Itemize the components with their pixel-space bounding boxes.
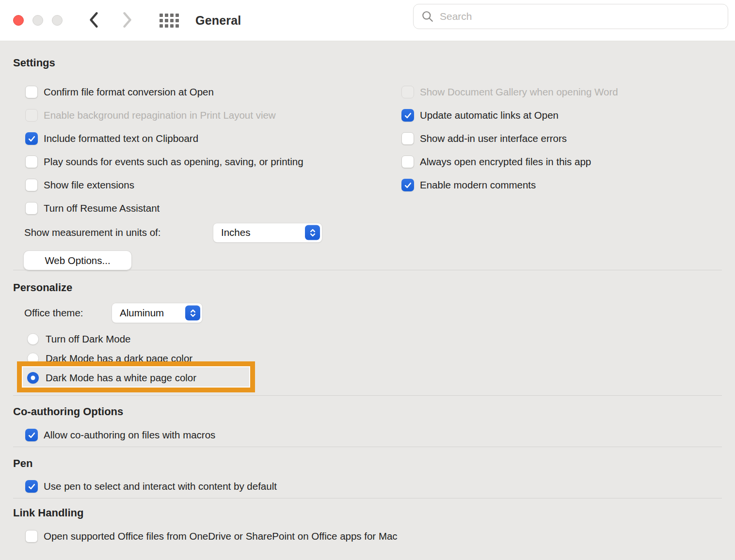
radio-selected-icon[interactable] <box>27 372 39 384</box>
checkbox-label: Use pen to select and interact with cont… <box>44 481 277 492</box>
checkbox-unchecked-icon[interactable] <box>25 202 38 215</box>
checkbox-row-background-repagination: Enable background repagination in Print … <box>0 104 392 127</box>
preferences-window: General Settings Confirm file format con… <box>0 0 735 560</box>
checkbox-label: Confirm file format conversion at Open <box>44 86 214 98</box>
checkbox-label: Play sounds for events such as opening, … <box>44 156 304 168</box>
settings-heading: Settings <box>13 41 735 70</box>
web-options-button[interactable]: Web Options... <box>24 251 131 270</box>
settings-left-column: Confirm file format conversion at Open E… <box>0 80 392 220</box>
pen-heading: Pen <box>13 456 735 471</box>
checkbox-label: Turn off Resume Assistant <box>44 202 160 214</box>
checkbox-unchecked-icon[interactable] <box>25 530 38 543</box>
checkbox-unchecked-icon[interactable] <box>25 86 38 98</box>
office-theme-value: Aluminum <box>112 307 164 319</box>
dropdown-stepper-icon <box>305 225 320 240</box>
checkbox-row-document-gallery: Show Document Gallery when opening Word <box>392 80 735 104</box>
radio-unselected-icon[interactable] <box>27 353 39 364</box>
zoom-window-button[interactable] <box>52 15 63 26</box>
radio-row-dark-page-color[interactable]: Dark Mode has a dark page color <box>0 349 301 368</box>
radio-label: Dark Mode has a dark page color <box>46 353 192 364</box>
checkbox-label: Show Document Gallery when opening Word <box>420 86 618 98</box>
forward-button[interactable] <box>119 10 136 31</box>
minimize-window-button[interactable] <box>32 15 43 26</box>
checkbox-row-show-file-extensions[interactable]: Show file extensions <box>0 173 392 197</box>
checkbox-label: Update automatic links at Open <box>420 109 559 121</box>
general-preferences-pane: Settings Confirm file format conversion … <box>0 41 735 560</box>
checkbox-checked-icon[interactable] <box>25 480 38 493</box>
checkbox-row-confirm-file-format[interactable]: Confirm file format conversion at Open <box>0 80 392 104</box>
checkbox-row-allow-coauthoring[interactable]: Allow co-authoring on files with macros <box>0 423 735 447</box>
link-handling-heading: Link Handling <box>13 506 735 520</box>
radio-label: Dark Mode has a white page color <box>46 372 196 384</box>
checkbox-checked-icon[interactable] <box>401 109 414 122</box>
checkbox-unchecked-icon[interactable] <box>401 132 414 145</box>
checkbox-label: Show add-in user interface errors <box>420 133 567 144</box>
chevron-right-icon <box>122 11 133 31</box>
measurement-units-row: Show measurement in units of: Inches <box>0 223 735 242</box>
checkbox-label: Open supported Office files from OneDriv… <box>44 530 398 542</box>
checkbox-row-addin-ui-errors[interactable]: Show add-in user interface errors <box>392 127 735 150</box>
search-icon <box>421 10 434 23</box>
checkbox-disabled-icon <box>25 109 38 122</box>
section-divider <box>13 447 722 447</box>
office-theme-label: Office theme: <box>24 307 112 319</box>
checkbox-label: Include formatted text on Clipboard <box>44 133 198 144</box>
traffic-lights <box>13 15 63 26</box>
titlebar: General <box>0 0 735 41</box>
measurement-units-dropdown[interactable]: Inches <box>213 223 322 242</box>
search-field[interactable] <box>413 4 728 29</box>
settings-right-column: Show Document Gallery when opening Word … <box>392 80 735 220</box>
radio-row-white-page-color[interactable]: Dark Mode has a white page color <box>0 368 301 388</box>
section-divider <box>13 270 722 270</box>
dropdown-stepper-icon <box>185 306 200 321</box>
checkbox-row-enable-modern-comments[interactable]: Enable modern comments <box>392 173 735 197</box>
checkbox-checked-icon[interactable] <box>25 429 38 441</box>
page-title: General <box>195 14 241 28</box>
chevron-left-icon <box>88 11 99 31</box>
checkbox-label: Enable background repagination in Print … <box>44 109 276 121</box>
checkbox-label: Enable modern comments <box>420 179 536 191</box>
checkbox-label: Show file extensions <box>44 179 134 191</box>
section-divider <box>13 498 722 498</box>
checkbox-unchecked-icon[interactable] <box>25 156 38 168</box>
office-theme-row: Office theme: Aluminum <box>0 303 735 323</box>
radio-row-turn-off-dark-mode[interactable]: Turn off Dark Mode <box>0 329 301 349</box>
checkbox-row-play-sounds[interactable]: Play sounds for events such as opening, … <box>0 150 392 173</box>
personalize-heading: Personalize <box>13 280 735 295</box>
dark-mode-radio-group: Turn off Dark Mode Dark Mode has a dark … <box>0 329 301 388</box>
checkbox-disabled-icon <box>401 86 414 98</box>
checkbox-checked-icon[interactable] <box>25 132 38 145</box>
checkbox-label: Allow co-authoring on files with macros <box>44 429 215 441</box>
checkbox-row-use-pen[interactable]: Use pen to select and interact with cont… <box>0 475 735 498</box>
checkbox-unchecked-icon[interactable] <box>401 156 414 168</box>
checkbox-unchecked-icon[interactable] <box>25 179 38 191</box>
coauthoring-heading: Co-authoring Options <box>13 404 735 419</box>
radio-label: Turn off Dark Mode <box>46 333 130 345</box>
checkbox-row-turn-off-resume-assistant[interactable]: Turn off Resume Assistant <box>0 197 392 220</box>
checkbox-row-formatted-clipboard[interactable]: Include formatted text on Clipboard <box>0 127 392 150</box>
search-input[interactable] <box>440 11 720 22</box>
office-theme-dropdown[interactable]: Aluminum <box>112 303 202 323</box>
measurement-units-label: Show measurement in units of: <box>24 227 213 238</box>
checkbox-label: Always open encrypted files in this app <box>420 156 591 168</box>
checkbox-checked-icon[interactable] <box>401 179 414 191</box>
show-all-preferences-icon[interactable] <box>160 14 179 28</box>
settings-checkbox-columns: Confirm file format conversion at Open E… <box>0 80 735 220</box>
radio-unselected-icon[interactable] <box>27 333 39 345</box>
checkbox-row-update-automatic-links[interactable]: Update automatic links at Open <box>392 104 735 127</box>
section-divider <box>13 395 722 396</box>
close-window-button[interactable] <box>13 15 24 26</box>
back-button[interactable] <box>85 10 102 31</box>
checkbox-row-open-supported-office-files[interactable]: Open supported Office files from OneDriv… <box>0 525 735 548</box>
measurement-units-value: Inches <box>213 227 250 238</box>
checkbox-row-always-open-encrypted[interactable]: Always open encrypted files in this app <box>392 150 735 173</box>
